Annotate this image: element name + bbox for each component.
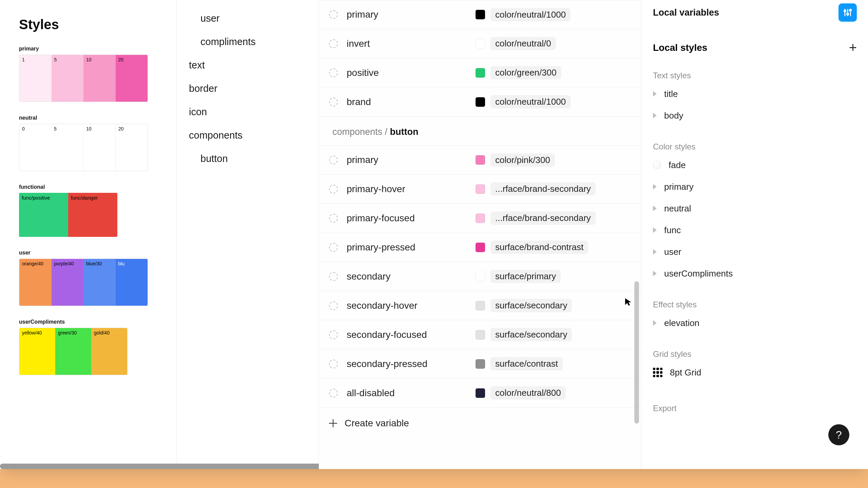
variable-row[interactable]: secondary surface/primary: [319, 262, 641, 291]
effect-styles-label: Effect styles: [653, 300, 857, 309]
tree-item-text[interactable]: text: [189, 54, 319, 77]
cursor-icon: [624, 298, 632, 306]
swatch[interactable]: blu: [116, 259, 148, 306]
variable-name: secondary-hover: [347, 300, 476, 311]
swatch[interactable]: 5: [52, 55, 84, 102]
variable-row[interactable]: positive color/green/300: [319, 58, 641, 87]
add-style-button[interactable]: +: [849, 40, 857, 55]
variable-alias[interactable]: surface/contrast: [490, 357, 563, 370]
styles-heading: Styles: [19, 17, 176, 32]
color-chip: [476, 243, 485, 252]
tree-item-components[interactable]: components: [189, 124, 319, 147]
variable-alias[interactable]: surface/brand-contrast: [490, 241, 588, 254]
svg-point-5: [849, 9, 851, 11]
style-item-user-compliments[interactable]: userCompliments: [653, 263, 857, 284]
svg-point-3: [844, 10, 846, 12]
swatch[interactable]: orange/40: [19, 259, 52, 306]
tree-item-icon[interactable]: icon: [189, 100, 319, 124]
variable-name: secondary-focused: [347, 329, 476, 340]
variable-name: all-disabled: [347, 388, 476, 399]
tree-item-button[interactable]: button: [189, 147, 319, 170]
neutral-swatch-row: 0 5 10 20: [19, 124, 148, 171]
style-item-user[interactable]: user: [653, 241, 857, 263]
variable-alias[interactable]: color/green/300: [490, 66, 561, 79]
variable-alias[interactable]: ...rface/brand-secondary: [490, 182, 596, 196]
variable-type-icon: [329, 301, 338, 310]
swatch[interactable]: 20: [115, 124, 148, 171]
variable-name: primary-focused: [347, 213, 476, 224]
variable-alias[interactable]: color/neutral/0: [490, 37, 556, 50]
variable-type-icon: [329, 243, 338, 252]
style-item-title[interactable]: title: [653, 83, 857, 105]
color-chip: [476, 10, 485, 19]
variable-type-icon: [329, 10, 338, 19]
variable-name: primary: [347, 155, 476, 165]
style-item-fade[interactable]: fade: [653, 154, 857, 176]
variable-row[interactable]: all-disabled color/neutral/800: [319, 379, 641, 408]
swatch[interactable]: purple/40: [52, 259, 84, 306]
variable-alias[interactable]: color/neutral/1000: [490, 95, 571, 108]
style-item-elevation[interactable]: elevation: [653, 312, 857, 334]
create-variable-button[interactable]: Create variable: [319, 408, 641, 439]
plus-icon: [329, 419, 337, 427]
variable-row[interactable]: invert color/neutral/0: [319, 29, 641, 58]
swatch[interactable]: 10: [83, 55, 116, 102]
variable-name: brand: [347, 97, 476, 107]
variable-type-icon: [329, 185, 338, 194]
variable-row[interactable]: primary color/neutral/1000: [319, 0, 641, 29]
variable-name: positive: [347, 67, 476, 78]
variable-alias[interactable]: surface/primary: [490, 270, 561, 283]
variable-row[interactable]: brand color/neutral/1000: [319, 87, 641, 117]
swatch[interactable]: 20: [116, 55, 148, 102]
fade-dot-icon: [653, 161, 661, 169]
tree-item-border[interactable]: border: [189, 77, 319, 100]
variable-type-icon: [329, 98, 338, 106]
variable-name: secondary: [347, 271, 476, 282]
swatch[interactable]: yellow/40: [19, 328, 55, 375]
variable-row[interactable]: secondary-focused surface/secondary: [319, 320, 641, 349]
variable-row[interactable]: primary-pressed surface/brand-contrast: [319, 233, 641, 262]
variable-alias[interactable]: surface/secondary: [490, 299, 572, 312]
variable-row[interactable]: secondary-hover surface/secondary: [319, 291, 641, 320]
variable-alias[interactable]: surface/secondary: [490, 328, 572, 341]
variable-row[interactable]: primary-focused ...rface/brand-secondary: [319, 204, 641, 233]
variable-row[interactable]: secondary-pressed surface/contrast: [319, 349, 641, 379]
variable-row[interactable]: primary-hover ...rface/brand-secondary: [319, 175, 641, 204]
caret-icon: [653, 113, 657, 118]
help-button[interactable]: ?: [828, 424, 849, 445]
variable-alias[interactable]: color/pink/300: [490, 154, 555, 167]
color-styles-label: Color styles: [653, 142, 857, 151]
swatch[interactable]: green/30: [55, 328, 91, 375]
caret-icon: [653, 184, 657, 189]
variable-group-tree: user compliments text border icon compon…: [176, 0, 319, 469]
canvas[interactable]: Styles primary 1 5 10 20 neutral 0 5 10 …: [0, 0, 176, 469]
variables-settings-button[interactable]: [838, 3, 857, 22]
swatch[interactable]: blue/30: [83, 259, 116, 306]
user-compliments-swatch-row: yellow/40 green/30 gold/40: [19, 328, 128, 375]
swatch[interactable]: func/positive: [19, 193, 68, 237]
swatch[interactable]: 10: [83, 124, 115, 171]
caret-icon: [653, 249, 657, 255]
color-chip: [476, 272, 485, 281]
variable-alias[interactable]: ...rface/brand-secondary: [490, 211, 596, 225]
swatch[interactable]: 5: [51, 124, 83, 171]
variable-alias[interactable]: color/neutral/1000: [490, 8, 571, 21]
variables-v-scrollbar[interactable]: [634, 281, 639, 424]
variables-panel: primary color/neutral/1000 invert color/…: [319, 0, 641, 469]
export-heading[interactable]: Export: [653, 404, 857, 413]
section-path: components /: [332, 127, 387, 137]
variable-row[interactable]: primary color/pink/300: [319, 145, 641, 175]
style-item-body[interactable]: body: [653, 105, 857, 126]
variable-alias[interactable]: color/neutral/800: [490, 386, 566, 400]
swatch[interactable]: 1: [19, 55, 52, 102]
swatch[interactable]: gold/40: [91, 328, 127, 375]
canvas-h-scrollbar[interactable]: [0, 464, 332, 469]
tree-item-user[interactable]: user: [189, 7, 319, 30]
swatch[interactable]: 0: [19, 124, 51, 171]
swatch[interactable]: func/danger: [68, 193, 117, 237]
tree-item-compliments[interactable]: compliments: [189, 30, 319, 54]
style-item-primary[interactable]: primary: [653, 176, 857, 198]
style-item-neutral[interactable]: neutral: [653, 198, 857, 219]
style-item-8pt-grid[interactable]: 8pt Grid: [653, 362, 857, 383]
style-item-func[interactable]: func: [653, 219, 857, 241]
